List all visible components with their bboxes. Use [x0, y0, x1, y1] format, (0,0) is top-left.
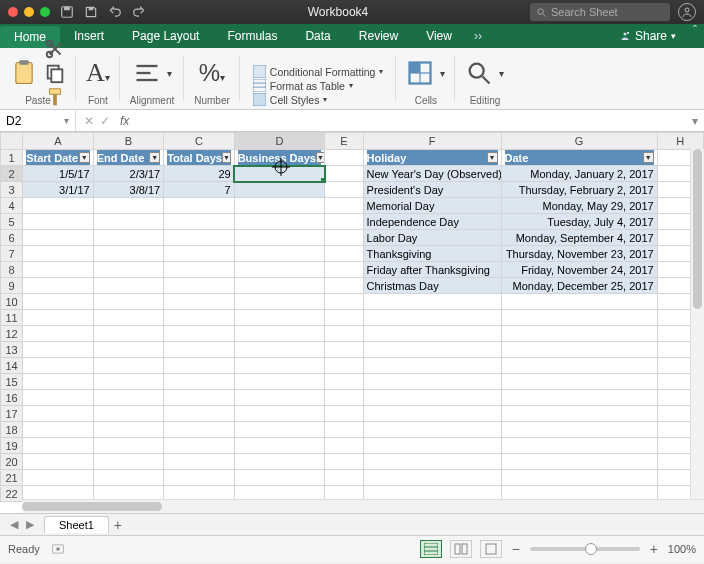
- share-button[interactable]: Share ▾: [609, 24, 686, 48]
- cell[interactable]: [23, 326, 94, 342]
- cell[interactable]: [325, 406, 363, 422]
- cell[interactable]: [23, 374, 94, 390]
- font-icon[interactable]: A▾: [86, 58, 110, 88]
- cell[interactable]: Friday, November 24, 2017: [501, 262, 657, 278]
- tab-page-layout[interactable]: Page Layout: [118, 24, 213, 48]
- fx-icon[interactable]: fx: [116, 114, 133, 128]
- row-header[interactable]: 1: [1, 150, 23, 166]
- cell[interactable]: [23, 278, 94, 294]
- formula-expand[interactable]: ▾: [686, 114, 704, 128]
- cell[interactable]: [23, 294, 94, 310]
- cell[interactable]: [23, 198, 94, 214]
- cell[interactable]: [93, 230, 164, 246]
- col-header-B[interactable]: B: [93, 133, 164, 150]
- cell[interactable]: [363, 390, 501, 406]
- sheet-next[interactable]: ▶: [26, 518, 34, 531]
- cell[interactable]: [23, 342, 94, 358]
- cell[interactable]: [93, 262, 164, 278]
- tab-insert[interactable]: Insert: [60, 24, 118, 48]
- cell[interactable]: Friday after Thanksgiving: [363, 262, 501, 278]
- cell[interactable]: [501, 326, 657, 342]
- cell[interactable]: [325, 246, 363, 262]
- cell[interactable]: [234, 294, 325, 310]
- filter-icon[interactable]: ▼: [222, 152, 231, 163]
- cell[interactable]: [325, 198, 363, 214]
- row-header[interactable]: 20: [1, 454, 23, 470]
- cell[interactable]: [501, 310, 657, 326]
- cell[interactable]: [164, 278, 235, 294]
- cell[interactable]: [23, 422, 94, 438]
- cell[interactable]: [23, 230, 94, 246]
- select-all-corner[interactable]: [1, 133, 23, 150]
- cell[interactable]: [234, 262, 325, 278]
- cell[interactable]: [363, 422, 501, 438]
- cell[interactable]: [325, 390, 363, 406]
- cell[interactable]: [93, 422, 164, 438]
- cell[interactable]: [164, 214, 235, 230]
- cell[interactable]: Memorial Day: [363, 198, 501, 214]
- cell[interactable]: [501, 470, 657, 486]
- cell[interactable]: [93, 326, 164, 342]
- cell[interactable]: [234, 278, 325, 294]
- tab-review[interactable]: Review: [345, 24, 412, 48]
- cut-icon[interactable]: [44, 38, 66, 60]
- cell[interactable]: 29: [164, 166, 235, 182]
- cell[interactable]: [164, 326, 235, 342]
- cell[interactable]: [234, 438, 325, 454]
- ribbon-collapse[interactable]: ˆ: [686, 24, 704, 48]
- row-header[interactable]: 6: [1, 230, 23, 246]
- cell[interactable]: [93, 438, 164, 454]
- cell[interactable]: [501, 342, 657, 358]
- cell[interactable]: [234, 422, 325, 438]
- row-header[interactable]: 12: [1, 326, 23, 342]
- row-header[interactable]: 3: [1, 182, 23, 198]
- cell[interactable]: [363, 326, 501, 342]
- row-header[interactable]: 5: [1, 214, 23, 230]
- cell[interactable]: [93, 278, 164, 294]
- cell[interactable]: [501, 454, 657, 470]
- zoom-out[interactable]: −: [510, 541, 522, 557]
- row-header[interactable]: 21: [1, 470, 23, 486]
- cell[interactable]: [93, 342, 164, 358]
- cell[interactable]: [325, 150, 363, 166]
- cell[interactable]: [23, 470, 94, 486]
- cell[interactable]: Independence Day: [363, 214, 501, 230]
- window-minimize[interactable]: [24, 7, 34, 17]
- cell[interactable]: [164, 198, 235, 214]
- cell[interactable]: [501, 294, 657, 310]
- zoom-in[interactable]: +: [648, 541, 660, 557]
- cell[interactable]: [501, 422, 657, 438]
- name-box-dropdown-icon[interactable]: ▾: [64, 115, 69, 126]
- cell[interactable]: [363, 294, 501, 310]
- col-header-F[interactable]: F: [363, 133, 501, 150]
- cell[interactable]: [164, 454, 235, 470]
- cell[interactable]: [363, 454, 501, 470]
- filter-icon[interactable]: ▼: [487, 152, 498, 163]
- sheet-prev[interactable]: ◀: [10, 518, 18, 531]
- hscroll-thumb[interactable]: [22, 502, 162, 511]
- cell[interactable]: [164, 470, 235, 486]
- cell[interactable]: [164, 438, 235, 454]
- cell[interactable]: Start Date▼: [23, 150, 94, 166]
- cell[interactable]: [93, 358, 164, 374]
- row-header[interactable]: 10: [1, 294, 23, 310]
- cell[interactable]: [325, 262, 363, 278]
- row-header[interactable]: 18: [1, 422, 23, 438]
- column-headers[interactable]: A B C D E F G H: [1, 133, 704, 150]
- cell[interactable]: [234, 310, 325, 326]
- cell[interactable]: [501, 374, 657, 390]
- paste-icon[interactable]: [10, 59, 38, 87]
- cell-styles-button[interactable]: Cell Styles▾: [250, 93, 387, 106]
- cell[interactable]: [93, 198, 164, 214]
- cell[interactable]: [325, 182, 363, 198]
- cell[interactable]: Monday, September 4, 2017: [501, 230, 657, 246]
- zoom-slider[interactable]: [530, 547, 640, 551]
- col-header-G[interactable]: G: [501, 133, 657, 150]
- cell[interactable]: [325, 422, 363, 438]
- col-header-A[interactable]: A: [23, 133, 94, 150]
- cell[interactable]: [325, 230, 363, 246]
- cell[interactable]: [325, 438, 363, 454]
- editing-icon[interactable]: [465, 59, 493, 87]
- search-sheet[interactable]: Search Sheet: [530, 3, 670, 21]
- cell[interactable]: [93, 310, 164, 326]
